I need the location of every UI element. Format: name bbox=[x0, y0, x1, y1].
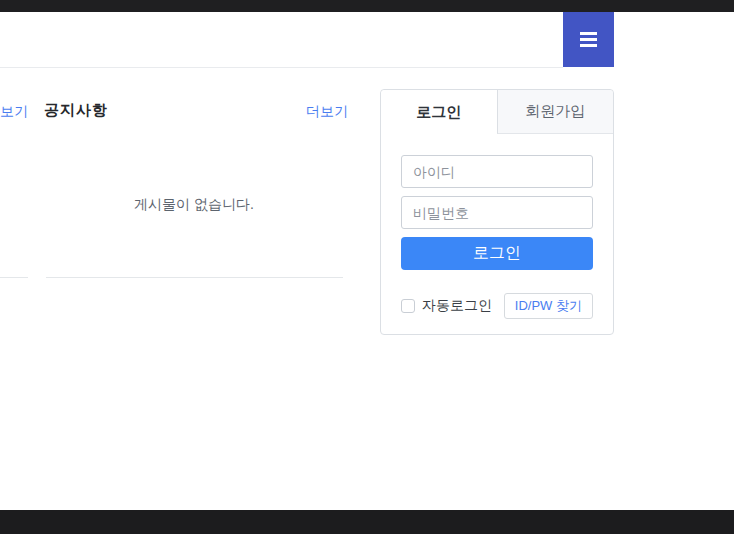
cutoff-column-divider bbox=[0, 277, 28, 278]
login-options-row: 자동로그인 ID/PW 찾기 bbox=[401, 293, 593, 319]
bottom-dark-bar bbox=[0, 510, 734, 534]
auto-login-group: 자동로그인 bbox=[401, 297, 492, 315]
login-tabs: 로그인 회원가입 bbox=[381, 90, 613, 134]
tab-signup[interactable]: 회원가입 bbox=[497, 90, 614, 134]
hamburger-icon bbox=[580, 44, 597, 47]
notice-empty-message: 게시물이 없습니다. bbox=[44, 196, 344, 214]
find-id-pw-button[interactable]: ID/PW 찾기 bbox=[504, 293, 593, 319]
tab-login[interactable]: 로그인 bbox=[381, 90, 497, 134]
password-input[interactable] bbox=[401, 196, 593, 229]
cutoff-more-link[interactable]: 보기 bbox=[0, 103, 28, 121]
hamburger-icon bbox=[580, 32, 597, 35]
notice-more-link[interactable]: 더보기 bbox=[306, 103, 348, 121]
login-button[interactable]: 로그인 bbox=[401, 237, 593, 270]
login-panel: 로그인 회원가입 로그인 자동로그인 ID/PW 찾기 bbox=[380, 89, 614, 335]
hamburger-menu-button[interactable] bbox=[563, 12, 614, 67]
header-divider bbox=[0, 67, 563, 68]
auto-login-checkbox[interactable] bbox=[401, 299, 415, 313]
id-input[interactable] bbox=[401, 155, 593, 188]
auto-login-label: 자동로그인 bbox=[422, 297, 492, 315]
top-dark-bar bbox=[0, 0, 734, 12]
login-form: 로그인 자동로그인 ID/PW 찾기 bbox=[381, 134, 613, 319]
notice-divider bbox=[46, 277, 343, 278]
notice-section-title: 공지사항 bbox=[44, 101, 108, 120]
hamburger-icon bbox=[580, 38, 597, 41]
